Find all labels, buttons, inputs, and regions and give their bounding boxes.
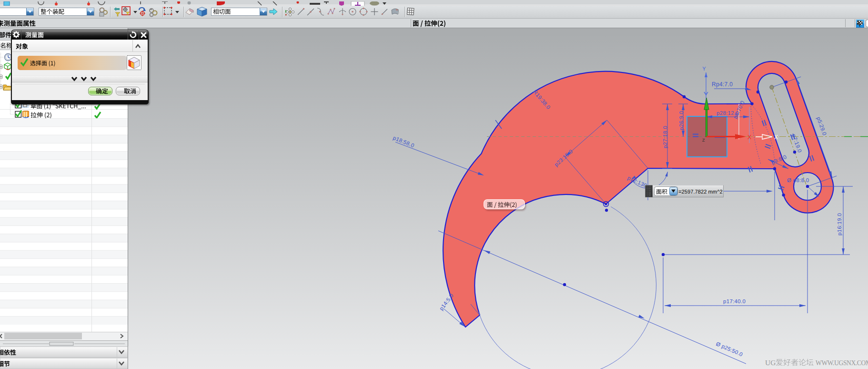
svg-text:p26:9.0: p26:9.0 — [678, 111, 684, 130]
svg-text:p18:58.0: p18:58.0 — [392, 135, 415, 149]
svg-text:UG: UG — [765, 359, 776, 367]
svg-text:Z: Z — [702, 138, 705, 143]
svg-text:X: X — [774, 134, 778, 141]
svg-text:p16:19.0: p16:19.0 — [837, 213, 842, 236]
svg-text:Ø p8:8.0: Ø p8:8.0 — [787, 177, 809, 183]
svg-text:WWW.UGSNX.COM: WWW.UGSNX.COM — [816, 359, 868, 367]
svg-text:Ø p25:50.0: Ø p25:50.0 — [715, 341, 744, 358]
svg-text:X: X — [747, 134, 751, 141]
svg-text:Y: Y — [702, 66, 706, 72]
svg-text:=2597.7822 mm^2: =2597.7822 mm^2 — [678, 189, 723, 195]
svg-text:p27:18.0: p27:18.0 — [662, 126, 668, 148]
svg-text:p5:29.0: p5:29.0 — [816, 116, 828, 136]
svg-text:p17:40.0: p17:40.0 — [723, 298, 746, 304]
svg-text:Rp4:7.0: Rp4:7.0 — [712, 81, 733, 88]
svg-text:p14:5.0: p14:5.0 — [438, 293, 454, 312]
